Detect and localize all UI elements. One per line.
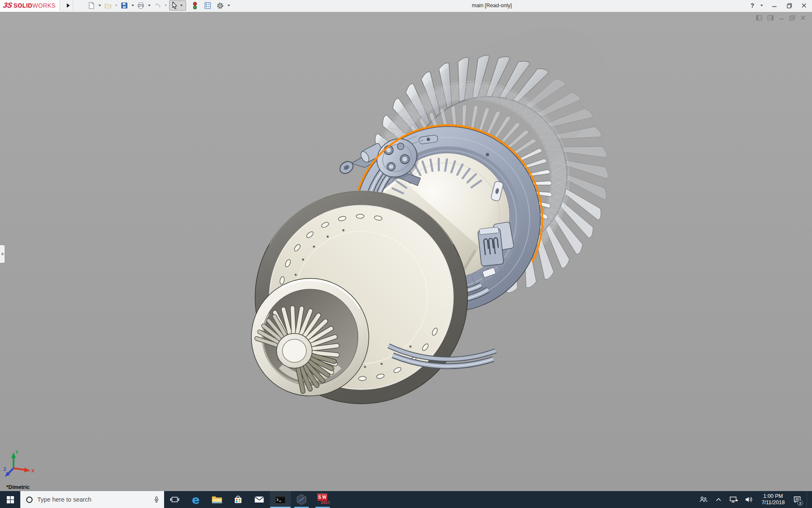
clock-date: 7/11/2018 — [758, 500, 788, 506]
people-button[interactable] — [697, 491, 709, 508]
gear-icon — [216, 2, 224, 10]
volume-button[interactable] — [743, 491, 755, 508]
print-icon — [137, 2, 145, 9]
solidworks-2017-icon: SW 2017 — [316, 493, 329, 506]
select-tool-caret[interactable] — [180, 5, 183, 6]
window-controls: ? — [749, 0, 809, 11]
save-caret[interactable] — [132, 5, 134, 6]
microphone-icon[interactable] — [153, 496, 160, 503]
restore-doc-icon[interactable] — [789, 15, 796, 21]
flyout-arrow-icon — [67, 3, 70, 8]
show-desktop-button[interactable] — [807, 491, 809, 508]
close-doc-icon[interactable] — [800, 15, 806, 21]
minimize-doc-icon[interactable] — [779, 15, 785, 21]
undo-caret[interactable] — [165, 5, 167, 6]
traffic-light-icon — [192, 2, 198, 10]
window-title: main [Read-only] — [472, 0, 512, 11]
windows-taskbar: Type here to search e — [0, 491, 812, 508]
tray-overflow-button[interactable] — [713, 491, 724, 508]
notification-badge: 3 — [797, 500, 803, 506]
open-button[interactable] — [103, 1, 112, 10]
clock-time: 1:00 PM — [758, 493, 788, 500]
options-gear-caret[interactable] — [228, 5, 230, 6]
list-options-icon — [204, 2, 211, 9]
store-icon — [233, 495, 243, 504]
volume-icon — [745, 496, 753, 503]
titlebar: 3S SOLID WORKS — [0, 0, 812, 11]
people-icon — [699, 496, 708, 503]
search-placeholder: Type here to search — [37, 496, 153, 503]
undo-button[interactable] — [153, 1, 162, 10]
triad-z-label: Z — [3, 467, 6, 472]
logo-solid-text: SOLID — [14, 2, 33, 9]
expand-left-panel-icon[interactable] — [756, 15, 763, 21]
new-document-button[interactable] — [87, 1, 96, 10]
list-options-button[interactable] — [203, 1, 212, 10]
new-document-caret[interactable] — [99, 5, 101, 6]
command-prompt-icon — [275, 495, 286, 504]
system-tray: 1:00 PM 7/11/2018 3 — [697, 491, 812, 508]
mail-button[interactable] — [249, 491, 270, 508]
exhaust-nozzle[interactable] — [251, 279, 369, 396]
triad-y-label: Y — [15, 450, 19, 455]
edge-icon: e — [192, 494, 200, 505]
print-button[interactable] — [136, 1, 145, 10]
view-orientation-label: *Dimetric — [6, 484, 30, 490]
network-icon — [730, 496, 738, 503]
start-button[interactable] — [0, 491, 20, 508]
save-icon — [121, 2, 128, 9]
close-button[interactable] — [798, 0, 809, 11]
action-center-button[interactable]: 3 — [791, 491, 803, 508]
document-window-controls — [756, 15, 806, 21]
traffic-light-button[interactable] — [191, 1, 199, 10]
restore-button[interactable] — [784, 0, 795, 11]
edge-button[interactable]: e — [185, 491, 206, 508]
network-button[interactable] — [728, 491, 740, 508]
triad-x-label: X — [31, 468, 35, 473]
undo-icon — [154, 2, 161, 9]
minimize-icon — [772, 3, 777, 8]
solidworks-logo: 3S SOLID WORKS — [0, 0, 60, 11]
cortana-ring-icon — [26, 497, 33, 503]
expand-right-panel-icon[interactable] — [767, 15, 774, 21]
eyelet-lug — [337, 159, 355, 176]
logo-works-text: WORKS — [33, 2, 56, 9]
windows-logo-icon — [7, 496, 14, 503]
mail-icon — [254, 496, 264, 503]
command-prompt-button[interactable] — [270, 491, 291, 508]
select-tool-button[interactable] — [169, 0, 186, 11]
file-explorer-icon — [211, 495, 222, 504]
graphics-viewport[interactable]: Y X Z *Dimetric — [0, 11, 812, 491]
file-explorer-button[interactable] — [206, 491, 228, 508]
select-cursor-icon — [170, 1, 179, 10]
collapsed-panel-tab[interactable] — [0, 245, 5, 263]
panel-tab-handle-icon — [1, 253, 4, 255]
reference-triad[interactable]: Y X Z — [3, 449, 36, 479]
options-gear-button[interactable] — [215, 1, 225, 10]
menu-flyout-button[interactable] — [64, 0, 73, 11]
restore-icon — [787, 3, 792, 8]
save-button[interactable] — [120, 1, 129, 10]
open-icon — [104, 2, 112, 9]
clock[interactable]: 1:00 PM 7/11/2018 — [758, 493, 788, 506]
task-view-button[interactable] — [164, 491, 185, 508]
chevron-up-icon — [716, 497, 721, 502]
help-button[interactable]: ? — [749, 2, 755, 9]
logo-3s-glyph: 3S — [3, 1, 13, 10]
hexagon-app-icon — [296, 494, 307, 505]
quick-access-toolbar — [87, 0, 232, 11]
open-caret[interactable] — [115, 5, 118, 6]
task-view-icon — [170, 496, 179, 503]
engine-3d-model[interactable] — [0, 12, 812, 492]
solidworks-app-button[interactable]: SW 2017 — [312, 491, 333, 508]
minimize-button[interactable] — [769, 0, 780, 11]
close-icon — [801, 3, 807, 8]
store-button[interactable] — [228, 491, 249, 508]
print-caret[interactable] — [148, 5, 151, 6]
new-document-icon — [88, 2, 95, 9]
search-box[interactable]: Type here to search — [20, 491, 164, 508]
hexagon-app-button[interactable] — [291, 491, 312, 508]
help-caret[interactable] — [760, 5, 763, 6]
